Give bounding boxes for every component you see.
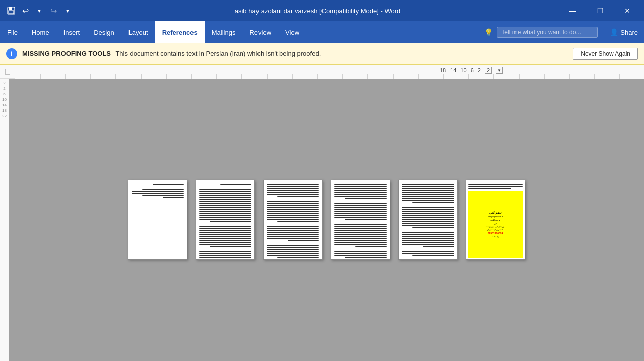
title-bar-left: ↩ ▼ ↪ ▼ xyxy=(5,5,74,17)
notification-bar: i MISSING PROOFING TOOLS This document c… xyxy=(0,43,644,65)
ad-line3: وردـدی الی - پاورپوینت xyxy=(486,226,504,228)
undo-dropdown-button[interactable]: ▼ xyxy=(33,5,45,17)
page-1-content xyxy=(128,180,187,259)
save-button[interactable] xyxy=(5,5,17,17)
page-6-ad[interactable]: تحقیق آنلاین Tahghighonline.ir مرجع دانل… xyxy=(466,180,525,260)
quick-access-toolbar: ↩ ▼ ↪ ▼ xyxy=(5,5,74,17)
notification-text: MISSING PROOFING TOOLS This document con… xyxy=(22,50,568,57)
ruler-numbers: 18 14 10 6 2 2 ▼ xyxy=(440,67,503,74)
document-title: asib hay azolani dar varzesh [Compatibil… xyxy=(74,7,561,15)
tab-home[interactable]: Home xyxy=(25,21,56,43)
tab-insert[interactable]: Insert xyxy=(56,21,87,43)
page-4[interactable] xyxy=(331,180,390,260)
page-2-content xyxy=(196,180,254,259)
tab-design[interactable]: Design xyxy=(87,21,121,43)
ribbon-search-area: 💡 xyxy=(478,21,604,43)
window-controls: — ❐ ✕ xyxy=(561,0,639,21)
tab-review[interactable]: Review xyxy=(242,21,278,43)
share-button[interactable]: 👤 Share xyxy=(604,21,644,43)
vertical-ruler: 2 2 6 10 14 18 22 xyxy=(0,79,9,361)
ad-block: تحقیق آنلاین Tahghighonline.ir مرجع دانل… xyxy=(468,191,523,258)
tab-layout[interactable]: Layout xyxy=(121,21,155,43)
ribbon: File Home Insert Design Layout Reference… xyxy=(0,21,644,43)
title-bar: ↩ ▼ ↪ ▼ asib hay azolani dar varzesh [Co… xyxy=(0,0,644,21)
tab-mailings[interactable]: Mailings xyxy=(205,21,243,43)
minimize-button[interactable]: — xyxy=(561,0,585,21)
tab-references[interactable]: References xyxy=(155,21,205,43)
ad-title: تحقیق آنلاین xyxy=(489,211,501,214)
notification-title: MISSING PROOFING TOOLS xyxy=(22,50,111,57)
page-5[interactable] xyxy=(398,180,458,260)
close-button[interactable]: ✕ xyxy=(616,0,639,21)
svg-rect-3 xyxy=(15,65,644,79)
undo-button[interactable]: ↩ xyxy=(19,5,31,17)
search-input[interactable] xyxy=(497,27,598,38)
ruler-arrow-button[interactable]: ▼ xyxy=(496,67,503,74)
redo-button[interactable]: ↪ xyxy=(47,5,59,17)
notification-icon: i xyxy=(6,48,17,59)
page-3-content xyxy=(264,180,322,259)
svg-rect-2 xyxy=(9,11,14,14)
ad-phone: 09981366624 xyxy=(488,232,503,235)
restore-button[interactable]: ❐ xyxy=(589,0,612,21)
page-2[interactable] xyxy=(196,180,255,260)
customize-qat-button[interactable]: ▼ xyxy=(61,5,74,17)
page-5-content xyxy=(399,180,457,259)
page-3[interactable] xyxy=(263,180,323,260)
ruler-corner[interactable] xyxy=(0,65,15,79)
tab-view[interactable]: View xyxy=(278,21,306,43)
ad-line2: فایل xyxy=(494,222,497,225)
svg-rect-1 xyxy=(9,7,12,10)
ad-whatsapp: واتساپ xyxy=(492,236,499,238)
tab-file[interactable]: File xyxy=(0,21,25,43)
ad-url: Tahghighonline.ir xyxy=(488,215,503,218)
horizontal-ruler: 18 14 10 6 2 2 ▼ xyxy=(0,65,644,79)
never-show-button[interactable]: Never Show Again xyxy=(573,48,638,60)
notification-message: This document contains text in Persian (… xyxy=(115,50,321,57)
main-area: 2 2 6 10 14 18 22 xyxy=(0,79,644,361)
ad-line4: با کمترین قیمت بازار xyxy=(487,229,503,231)
page-4-content xyxy=(331,180,390,259)
ad-line1: مرجع دانلــود xyxy=(490,219,500,221)
page-1[interactable] xyxy=(128,180,187,260)
pages-container: تحقیق آنلاین Tahghighonline.ir مرجع دانل… xyxy=(128,180,525,260)
document-area[interactable]: تحقیق آنلاین Tahghighonline.ir مرجع دانل… xyxy=(9,79,644,361)
